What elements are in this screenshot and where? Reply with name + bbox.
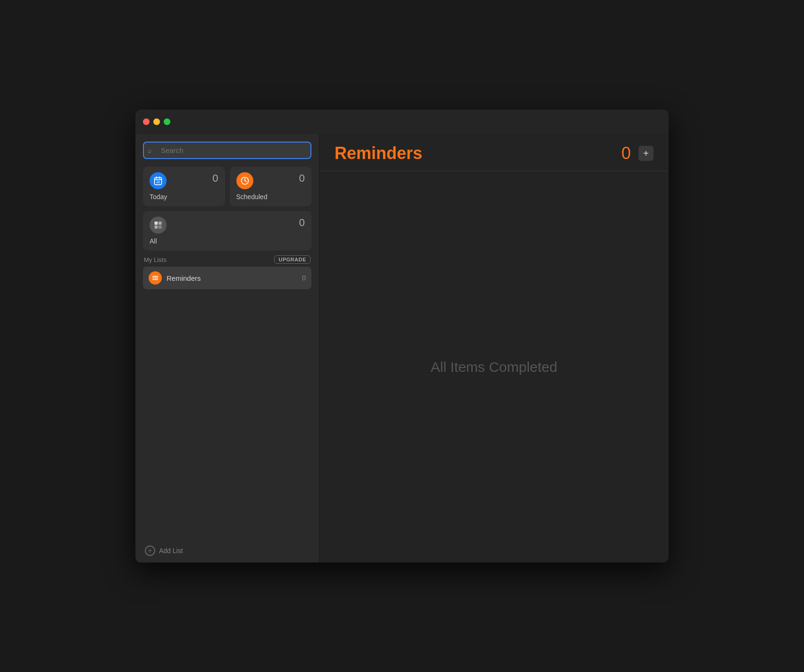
svg-rect-11 bbox=[159, 226, 162, 229]
all-count: 0 bbox=[299, 217, 305, 229]
reminders-list-icon bbox=[149, 271, 162, 285]
traffic-lights bbox=[143, 118, 170, 125]
add-list-icon: + bbox=[145, 546, 155, 556]
all-label: All bbox=[150, 237, 305, 245]
today-card[interactable]: 12 0 Today bbox=[143, 167, 225, 206]
svg-rect-10 bbox=[155, 226, 158, 229]
svg-line-7 bbox=[245, 181, 246, 182]
my-lists-title: My Lists bbox=[144, 256, 167, 263]
svg-rect-8 bbox=[155, 222, 158, 225]
empty-state: All Items Completed bbox=[319, 171, 669, 563]
reminders-list-item[interactable]: Reminders 0 bbox=[143, 267, 311, 289]
add-list-label: Add List bbox=[159, 547, 183, 554]
upgrade-button[interactable]: UPGRADE bbox=[274, 255, 310, 264]
minimize-button[interactable] bbox=[153, 118, 160, 125]
empty-state-text: All Items Completed bbox=[431, 359, 557, 375]
header-right: 0 + bbox=[621, 143, 653, 163]
main-header: Reminders 0 + bbox=[319, 134, 669, 171]
scheduled-count: 0 bbox=[299, 172, 305, 185]
scheduled-label: Scheduled bbox=[236, 193, 305, 201]
search-input[interactable] bbox=[143, 142, 311, 159]
reminders-list-name: Reminders bbox=[167, 274, 302, 282]
title-bar bbox=[135, 109, 669, 134]
sidebar: ⌕ 12 bbox=[135, 134, 319, 563]
reminders-list-count: 0 bbox=[302, 274, 306, 282]
my-lists-header: My Lists UPGRADE bbox=[143, 255, 311, 264]
main-title: Reminders bbox=[335, 143, 422, 163]
add-list-button[interactable]: + Add List bbox=[143, 539, 311, 563]
today-count: 0 bbox=[212, 172, 218, 185]
today-icon: 12 bbox=[150, 172, 167, 189]
list-items: Reminders 0 bbox=[143, 267, 311, 539]
main-panel: Reminders 0 + All Items Completed bbox=[319, 134, 669, 563]
svg-text:12: 12 bbox=[156, 180, 160, 184]
main-content: ⌕ 12 bbox=[135, 134, 669, 563]
all-card[interactable]: 0 All bbox=[143, 211, 311, 251]
add-reminder-button[interactable]: + bbox=[638, 146, 653, 161]
scheduled-icon bbox=[236, 172, 253, 189]
svg-rect-9 bbox=[159, 222, 162, 225]
close-button[interactable] bbox=[143, 118, 150, 125]
search-container: ⌕ bbox=[143, 142, 311, 159]
smart-lists: 12 0 Today bbox=[143, 167, 311, 251]
maximize-button[interactable] bbox=[164, 118, 170, 125]
app-window: ⌕ 12 bbox=[135, 109, 669, 563]
search-icon: ⌕ bbox=[148, 147, 151, 154]
all-icon bbox=[150, 217, 167, 234]
today-label: Today bbox=[150, 193, 218, 201]
main-count: 0 bbox=[621, 143, 631, 163]
scheduled-card[interactable]: 0 Scheduled bbox=[230, 167, 312, 206]
